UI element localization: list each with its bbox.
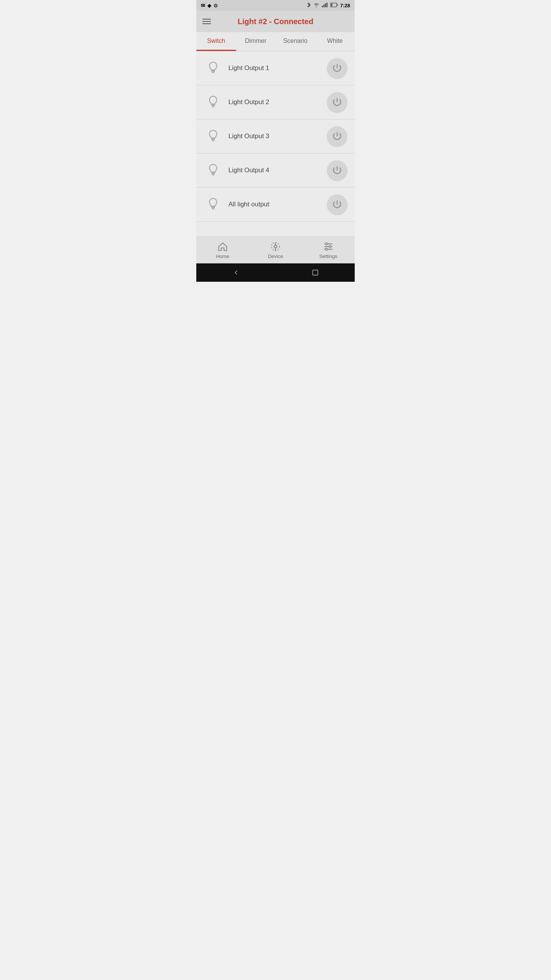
location-icon: ◈ bbox=[207, 3, 211, 8]
light-bulb-icon-3 bbox=[204, 127, 222, 145]
all-light-output-row[interactable]: All light output bbox=[196, 188, 355, 222]
device-icon bbox=[270, 241, 281, 252]
status-bar-right: 7:28 bbox=[306, 2, 350, 9]
light-output-2-row[interactable]: Light Output 2 bbox=[196, 85, 355, 119]
camera-icon: ⊙ bbox=[214, 3, 218, 8]
svg-rect-5 bbox=[337, 4, 337, 6]
light-bulb-icon-all bbox=[204, 195, 222, 214]
light-output-2-label: Light Output 2 bbox=[228, 98, 327, 106]
svg-point-27 bbox=[325, 243, 328, 245]
tab-switch[interactable]: Switch bbox=[196, 32, 236, 51]
svg-point-29 bbox=[325, 248, 328, 250]
light-output-1-row[interactable]: Light Output 1 bbox=[196, 51, 355, 85]
header: Light #2 - Connected bbox=[196, 11, 355, 32]
light-output-3-label: Light Output 3 bbox=[228, 132, 327, 140]
svg-rect-0 bbox=[322, 6, 323, 7]
power-button-1[interactable] bbox=[327, 58, 347, 78]
bluetooth-icon bbox=[306, 2, 311, 9]
light-output-1-label: Light Output 1 bbox=[228, 64, 327, 72]
menu-line-1 bbox=[202, 19, 211, 20]
menu-button[interactable] bbox=[202, 19, 211, 24]
light-output-4-label: Light Output 4 bbox=[228, 167, 327, 174]
nav-device[interactable]: Device bbox=[249, 237, 302, 263]
menu-line-3 bbox=[202, 23, 211, 24]
nav-home-label: Home bbox=[216, 253, 230, 259]
svg-rect-2 bbox=[325, 3, 326, 7]
svg-point-28 bbox=[329, 245, 331, 248]
menu-line-2 bbox=[202, 21, 211, 22]
light-bulb-icon-2 bbox=[204, 93, 222, 111]
light-bulb-icon-1 bbox=[204, 59, 222, 77]
time-display: 7:28 bbox=[340, 3, 350, 8]
light-bulb-icon-4 bbox=[204, 161, 222, 180]
tab-bar: Switch Dimmer Scenario White bbox=[196, 32, 355, 51]
nav-device-label: Device bbox=[268, 253, 283, 259]
svg-rect-3 bbox=[326, 3, 328, 7]
nav-settings-label: Settings bbox=[320, 253, 337, 259]
tab-white[interactable]: White bbox=[315, 32, 355, 51]
android-home-button[interactable] bbox=[309, 266, 321, 279]
power-button-2[interactable] bbox=[327, 92, 347, 112]
svg-point-22 bbox=[274, 245, 277, 248]
tab-scenario[interactable]: Scenario bbox=[276, 32, 315, 51]
tab-dimmer[interactable]: Dimmer bbox=[236, 32, 276, 51]
home-icon bbox=[217, 241, 228, 252]
power-button-4[interactable] bbox=[327, 160, 347, 180]
nav-home[interactable]: Home bbox=[196, 237, 249, 263]
battery-icon bbox=[330, 3, 338, 8]
svg-rect-30 bbox=[313, 270, 318, 275]
android-nav-bar bbox=[196, 263, 355, 282]
email-icon: ✉ bbox=[201, 3, 205, 8]
status-bar: ✉ ◈ ⊙ bbox=[196, 0, 355, 11]
power-button-all[interactable] bbox=[327, 194, 347, 214]
android-back-button[interactable] bbox=[230, 266, 242, 279]
settings-icon bbox=[323, 241, 334, 252]
bottom-nav: Home Device Settings bbox=[196, 237, 355, 263]
svg-rect-6 bbox=[331, 3, 332, 6]
status-bar-left: ✉ ◈ ⊙ bbox=[201, 3, 218, 8]
content-area: Light Output 1 Light Output 2 bbox=[196, 51, 355, 237]
signal-icon bbox=[322, 3, 328, 8]
nav-settings[interactable]: Settings bbox=[302, 237, 355, 263]
light-output-4-row[interactable]: Light Output 4 bbox=[196, 154, 355, 188]
power-button-3[interactable] bbox=[327, 126, 347, 146]
all-light-output-label: All light output bbox=[228, 201, 327, 208]
page-title: Light #2 - Connected bbox=[217, 17, 334, 26]
wifi-icon bbox=[313, 3, 320, 8]
light-output-3-row[interactable]: Light Output 3 bbox=[196, 119, 355, 154]
svg-rect-1 bbox=[323, 5, 324, 7]
